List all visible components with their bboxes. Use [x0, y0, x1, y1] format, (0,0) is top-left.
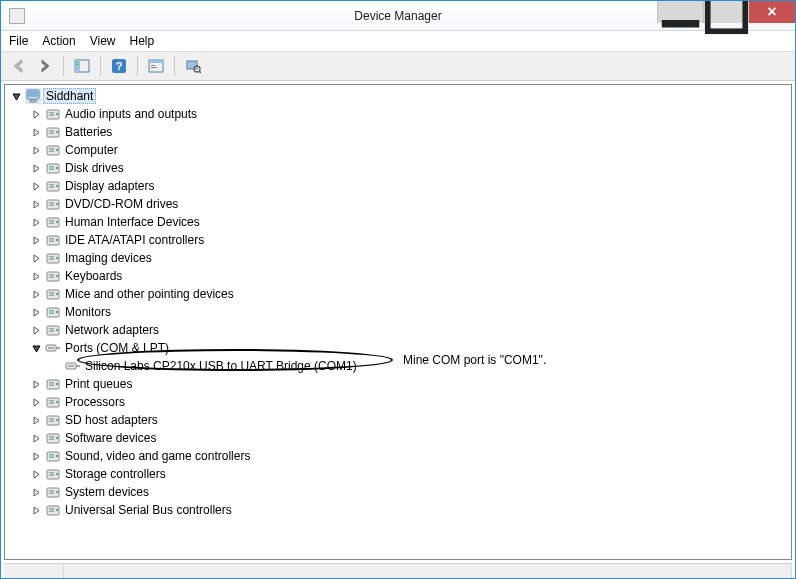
back-button[interactable] — [7, 54, 31, 78]
toolbar-separator — [137, 56, 138, 76]
tree-category-dvd-cd-rom-drives[interactable]: DVD/CD-ROM drives — [5, 195, 791, 213]
expand-toggle[interactable] — [29, 215, 43, 229]
svg-rect-64 — [49, 313, 54, 315]
expand-toggle[interactable] — [29, 107, 43, 121]
svg-rect-9 — [149, 60, 163, 63]
tree-category-processors[interactable]: Processors — [5, 393, 791, 411]
expand-toggle[interactable] — [29, 197, 43, 211]
svg-rect-3 — [75, 60, 80, 72]
tree-root[interactable]: Siddhant — [5, 87, 791, 105]
tree-device-ports-com-lpt[interactable]: Silicon Labs CP210x USB to UART Bridge (… — [5, 357, 791, 375]
svg-point-85 — [56, 401, 59, 404]
tree-category-sound-video-and-game-controllers[interactable]: Sound, video and game controllers — [5, 447, 791, 465]
expand-toggle[interactable] — [29, 161, 43, 175]
svg-point-105 — [56, 491, 59, 494]
tree-category-software-devices[interactable]: Software devices — [5, 429, 791, 447]
svg-point-109 — [56, 509, 59, 512]
expand-toggle[interactable] — [29, 503, 43, 517]
tree-category-keyboards[interactable]: Keyboards — [5, 267, 791, 285]
tree-category-network-adapters[interactable]: Network adapters — [5, 321, 791, 339]
svg-rect-4 — [76, 62, 79, 63]
expand-toggle[interactable] — [29, 143, 43, 157]
svg-point-33 — [56, 167, 59, 170]
close-button[interactable]: × — [749, 1, 795, 23]
expand-toggle[interactable] — [29, 287, 43, 301]
menu-action[interactable]: Action — [42, 34, 75, 48]
expand-toggle[interactable] — [29, 233, 43, 247]
chevron-right-icon — [32, 272, 41, 281]
tree-category-audio-inputs-and-outputs-label: Audio inputs and outputs — [65, 107, 197, 121]
svg-rect-23 — [49, 130, 54, 132]
svg-point-49 — [56, 239, 59, 242]
collapse-toggle[interactable] — [29, 341, 43, 355]
tree-category-dvd-cd-rom-drives-label: DVD/CD-ROM drives — [65, 197, 178, 211]
forward-button[interactable] — [33, 54, 57, 78]
tree-device-ports-com-lpt-label: Silicon Labs CP210x USB to UART Bridge (… — [85, 359, 357, 373]
svg-point-57 — [56, 275, 59, 278]
expand-toggle[interactable] — [29, 413, 43, 427]
chevron-right-icon — [32, 434, 41, 443]
help-button[interactable]: ? — [107, 54, 131, 78]
tree-category-system-devices-label: System devices — [65, 485, 149, 499]
tree-category-disk-drives[interactable]: Disk drives — [5, 159, 791, 177]
menu-help[interactable]: Help — [130, 34, 155, 48]
maximize-button[interactable] — [703, 1, 749, 23]
tree-category-display-adapters[interactable]: Display adapters — [5, 177, 791, 195]
expand-toggle[interactable] — [29, 251, 43, 265]
chevron-right-icon — [32, 164, 41, 173]
properties-button[interactable] — [144, 54, 168, 78]
chevron-right-icon — [32, 416, 41, 425]
scan-hardware-button[interactable] — [181, 54, 205, 78]
expand-toggle[interactable] — [29, 467, 43, 481]
tree-category-audio-inputs-and-outputs[interactable]: Audio inputs and outputs — [5, 105, 791, 123]
minimize-button[interactable] — [657, 1, 703, 23]
tree-category-sd-host-adapters[interactable]: SD host adapters — [5, 411, 791, 429]
tree-category-system-devices[interactable]: System devices — [5, 483, 791, 501]
svg-rect-28 — [49, 151, 54, 153]
chevron-right-icon — [32, 488, 41, 497]
tree-category-imaging-devices[interactable]: Imaging devices — [5, 249, 791, 267]
tree-category-monitors[interactable]: Monitors — [5, 303, 791, 321]
svg-rect-40 — [49, 205, 54, 207]
tree-panel[interactable]: SiddhantAudio inputs and outputsBatterie… — [4, 84, 792, 560]
toolbar: ? — [1, 51, 795, 81]
expand-toggle[interactable] — [29, 269, 43, 283]
svg-rect-5 — [76, 64, 79, 65]
tree-category-batteries[interactable]: Batteries — [5, 123, 791, 141]
expand-toggle[interactable] — [29, 449, 43, 463]
expand-toggle[interactable] — [29, 485, 43, 499]
expand-toggle[interactable] — [29, 395, 43, 409]
toolbar-separator — [174, 56, 175, 76]
tree-root-label: Siddhant — [43, 88, 96, 104]
tree-category-print-queues[interactable]: Print queues — [5, 375, 791, 393]
tree-category-computer[interactable]: Computer — [5, 141, 791, 159]
svg-point-89 — [56, 419, 59, 422]
tree-category-universal-serial-bus-controllers[interactable]: Universal Serial Bus controllers — [5, 501, 791, 519]
tree-category-human-interface-devices[interactable]: Human Interface Devices — [5, 213, 791, 231]
tree-category-ports-com-lpt-icon — [45, 340, 61, 356]
tree-category-mice-and-other-pointing-devices[interactable]: Mice and other pointing devices — [5, 285, 791, 303]
tree-category-mice-and-other-pointing-devices-label: Mice and other pointing devices — [65, 287, 234, 301]
tree-category-human-interface-devices-icon — [45, 214, 61, 230]
svg-rect-92 — [49, 439, 54, 441]
svg-rect-103 — [49, 490, 54, 492]
svg-rect-87 — [49, 418, 54, 420]
svg-rect-47 — [49, 238, 54, 240]
expand-toggle[interactable] — [29, 179, 43, 193]
tree-category-print-queues-icon — [45, 376, 61, 392]
menu-file[interactable]: File — [9, 34, 28, 48]
tree-category-ports-com-lpt[interactable]: Ports (COM & LPT) — [5, 339, 791, 357]
tree-category-ide-ata-atapi-controllers[interactable]: IDE ATA/ATAPI controllers — [5, 231, 791, 249]
expand-toggle[interactable] — [29, 323, 43, 337]
menu-view[interactable]: View — [90, 34, 116, 48]
chevron-right-icon — [32, 182, 41, 191]
tree-category-batteries-icon — [45, 124, 61, 140]
tree-category-storage-controllers[interactable]: Storage controllers — [5, 465, 791, 483]
expand-toggle[interactable] — [29, 125, 43, 139]
chevron-down-icon — [12, 92, 21, 101]
expand-toggle[interactable] — [29, 305, 43, 319]
show-hide-tree-button[interactable] — [70, 54, 94, 78]
expand-toggle[interactable] — [29, 431, 43, 445]
collapse-toggle[interactable] — [9, 89, 23, 103]
expand-toggle[interactable] — [29, 377, 43, 391]
